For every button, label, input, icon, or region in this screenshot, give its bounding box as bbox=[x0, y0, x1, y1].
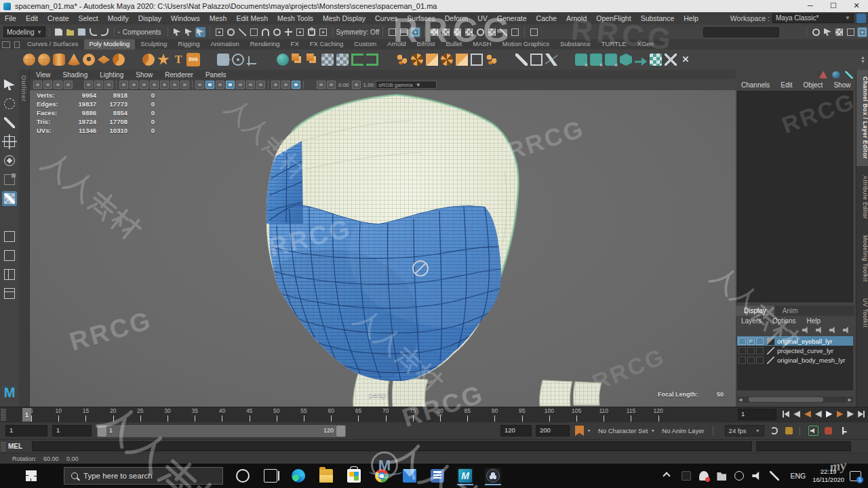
booleans-icon[interactable] bbox=[306, 53, 319, 66]
dots-icon[interactable] bbox=[485, 53, 498, 66]
layer-swatch[interactable] bbox=[767, 347, 774, 354]
task-view-icon[interactable] bbox=[262, 468, 279, 484]
symmetry-label[interactable]: Symmetry: Off bbox=[336, 28, 380, 36]
menu-item[interactable]: Substance bbox=[636, 14, 679, 22]
channel-menu-item[interactable]: Object bbox=[798, 81, 829, 89]
vp-wireframe-on-shaded-icon[interactable] bbox=[292, 81, 300, 89]
sep[interactable] bbox=[127, 53, 140, 66]
shelf-tab[interactable]: Curves / Surfaces bbox=[22, 39, 84, 49]
menu-item[interactable]: Display bbox=[134, 14, 166, 22]
menu-item[interactable]: Cache bbox=[532, 14, 561, 22]
shelf-tab[interactable]: FX Caching bbox=[304, 39, 349, 49]
vp-isolate-icon[interactable] bbox=[271, 81, 280, 89]
layer-swatch[interactable] bbox=[767, 357, 774, 364]
vp-gate-icon[interactable] bbox=[150, 81, 159, 89]
menu-item[interactable]: Help bbox=[679, 14, 703, 22]
vp-shadows-icon[interactable] bbox=[246, 81, 255, 89]
layer-editor-tab[interactable]: Anim bbox=[774, 306, 806, 316]
layer-editor-tab[interactable]: Display bbox=[736, 306, 774, 316]
playback-end-field[interactable]: 120 bbox=[500, 425, 532, 436]
grid-teal-icon[interactable] bbox=[649, 53, 663, 66]
character-set-icon[interactable] bbox=[819, 71, 827, 79]
vp-lights-icon[interactable] bbox=[236, 81, 245, 89]
xgen-icon[interactable] bbox=[498, 27, 509, 37]
range-handle-left[interactable] bbox=[98, 426, 106, 436]
timeline-grip[interactable] bbox=[1, 409, 6, 421]
animation-end-field[interactable]: 200 bbox=[536, 425, 570, 436]
cortana-icon[interactable] bbox=[235, 468, 251, 484]
vp-film-icon[interactable] bbox=[130, 81, 138, 89]
maximize-button[interactable]: ☐ bbox=[822, 0, 845, 12]
menu-item[interactable]: Mesh bbox=[205, 14, 232, 22]
volume-icon[interactable] bbox=[751, 470, 762, 481]
edge-icon[interactable] bbox=[290, 468, 307, 484]
vp-shaded-icon[interactable] bbox=[205, 81, 214, 89]
anim-layer-dropdown[interactable]: No Anim Layer bbox=[662, 427, 704, 434]
viewport-menu-item[interactable]: Show bbox=[130, 71, 159, 79]
menu-item[interactable]: Curves bbox=[370, 14, 402, 22]
menu-item[interactable]: Modify bbox=[103, 14, 134, 22]
vertical-tab[interactable]: UV Toolkit bbox=[856, 291, 868, 334]
layout-two[interactable] bbox=[2, 267, 17, 282]
prim-small-icon[interactable] bbox=[395, 53, 409, 66]
paint-select-tool[interactable] bbox=[2, 115, 17, 130]
poly-cone-icon[interactable] bbox=[67, 53, 81, 66]
vp-cam2-icon[interactable] bbox=[54, 81, 62, 89]
vp-ao-icon[interactable] bbox=[104, 81, 113, 89]
hypershade-icon[interactable] bbox=[441, 27, 451, 37]
toon-icon[interactable] bbox=[487, 27, 497, 37]
snap-view-icon[interactable] bbox=[260, 27, 271, 37]
delete-x-icon[interactable]: ✕ bbox=[679, 53, 692, 66]
display-layer-icon[interactable] bbox=[529, 27, 539, 37]
sep[interactable] bbox=[559, 53, 573, 66]
character-controls-icon[interactable] bbox=[811, 27, 821, 37]
new-scene-icon[interactable] bbox=[54, 27, 64, 37]
shelf-tab[interactable]: Bullet bbox=[441, 39, 468, 49]
shelf-tab[interactable]: Arnold bbox=[382, 39, 411, 49]
tray-chevron-icon[interactable]: ︿ bbox=[663, 472, 671, 479]
menu-item[interactable]: Edit bbox=[21, 14, 43, 22]
go-to-end-button[interactable] bbox=[856, 409, 866, 419]
sculpt-tool[interactable] bbox=[2, 191, 17, 206]
character-set-dropdown[interactable]: No Character Set bbox=[598, 427, 648, 434]
channel-box-empty[interactable] bbox=[737, 91, 853, 302]
lasso-tool[interactable] bbox=[2, 96, 17, 111]
save-scene-icon[interactable] bbox=[77, 27, 87, 37]
sphere-icon[interactable] bbox=[832, 71, 840, 79]
file-explorer-icon[interactable] bbox=[318, 468, 334, 484]
mail-icon[interactable] bbox=[401, 468, 418, 484]
fps-dropdown[interactable]: 24 fps▼ bbox=[725, 425, 764, 436]
current-frame-marker[interactable]: 1 bbox=[22, 408, 31, 422]
menu-item[interactable]: OpenFlight bbox=[591, 14, 635, 22]
axis-origin-icon[interactable] bbox=[246, 53, 260, 66]
shelf-tab[interactable]: Bifrost bbox=[412, 39, 441, 49]
playblast-icon[interactable] bbox=[784, 426, 794, 436]
mel-label[interactable]: MEL bbox=[8, 443, 22, 450]
pen-icon[interactable] bbox=[769, 470, 780, 481]
vertical-tab[interactable]: Channel Box / Layer Editor bbox=[856, 70, 868, 166]
render-current-icon[interactable] bbox=[399, 27, 409, 37]
vp-fieldchart-icon[interactable] bbox=[170, 81, 179, 89]
vp-exposure-icon[interactable] bbox=[317, 81, 326, 89]
select-tool[interactable] bbox=[2, 77, 17, 92]
viewport-menu-item[interactable]: Renderer bbox=[159, 71, 199, 79]
shelf-scroll-arrows[interactable]: ▲▼ bbox=[861, 56, 865, 64]
snap-plane-icon[interactable] bbox=[249, 27, 259, 37]
select-hierarchy-icon[interactable] bbox=[172, 27, 182, 37]
grid-mesh-icon[interactable] bbox=[321, 53, 334, 66]
vp-safeaction-icon[interactable] bbox=[180, 81, 189, 89]
layer-menu-item[interactable]: Help bbox=[801, 317, 826, 325]
snap-grid-icon[interactable] bbox=[214, 27, 224, 37]
ipr-render-icon[interactable] bbox=[410, 27, 420, 37]
vp-wire-icon[interactable] bbox=[195, 81, 204, 89]
target-weld-icon[interactable] bbox=[574, 53, 588, 66]
menu-item[interactable]: Create bbox=[43, 14, 74, 22]
playback-loop-icon[interactable] bbox=[769, 426, 779, 436]
render-settings-icon[interactable] bbox=[429, 27, 439, 37]
sep[interactable] bbox=[500, 53, 513, 66]
vp-light-icon[interactable] bbox=[84, 81, 93, 89]
layout-outliner[interactable] bbox=[2, 286, 17, 301]
layer-swatch[interactable] bbox=[767, 338, 774, 345]
mirror-right-icon[interactable] bbox=[366, 53, 379, 66]
menu-item[interactable]: File bbox=[0, 14, 21, 22]
